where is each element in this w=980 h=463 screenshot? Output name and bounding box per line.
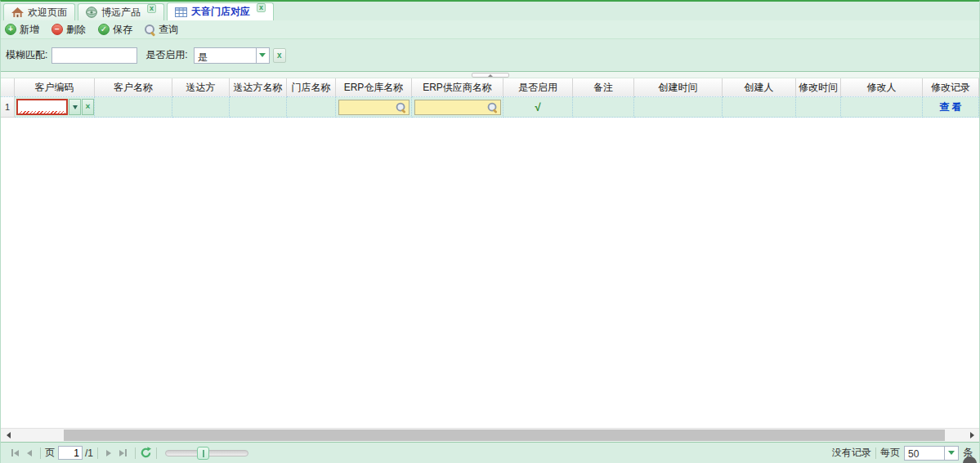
tab-tianyin-store-mapping[interactable]: 天音门店对应 x	[167, 2, 274, 20]
column-header-customer-code[interactable]: 客户编码	[15, 78, 95, 97]
column-header-ship-to-name[interactable]: 送达方名称	[230, 78, 287, 97]
first-page-button[interactable]	[11, 449, 19, 456]
delete-icon: −	[51, 24, 63, 35]
creator-cell[interactable]	[723, 97, 796, 118]
column-header-remark[interactable]: 备注	[573, 78, 634, 97]
per-page-label: 每页	[880, 446, 900, 460]
enabled-filter-label: 是否启用:	[145, 48, 187, 62]
enabled-combobox-value[interactable]: 是	[194, 47, 256, 64]
grid-empty-area	[1, 118, 979, 428]
column-header-customer-name[interactable]: 客户名称	[95, 78, 172, 97]
delete-button[interactable]: − 删除	[51, 23, 86, 37]
fuzzy-match-label: 模糊匹配:	[6, 48, 47, 62]
query-button[interactable]: 查询	[145, 23, 178, 37]
app-window: 欢迎页面 博远产品 x 天音门店对应 x + 新	[0, 0, 980, 463]
column-header-enabled[interactable]: 是否启用	[503, 78, 573, 97]
modifier-cell[interactable]	[841, 97, 923, 118]
erp-supplier-lookup-field[interactable]	[414, 100, 501, 115]
enabled-cell[interactable]: √	[503, 97, 573, 118]
refresh-icon[interactable]	[140, 447, 152, 459]
column-header-ship-to[interactable]: 送达方	[172, 78, 230, 97]
globe-icon	[86, 7, 97, 18]
save-button[interactable]: ✓ 保存	[98, 23, 132, 37]
column-header-modify-record[interactable]: 修改记录	[923, 78, 979, 97]
customer-code-dropdown-icon[interactable]	[69, 99, 81, 115]
slider-handle[interactable]	[197, 447, 209, 460]
add-button-label: 新增	[20, 23, 39, 37]
home-icon	[11, 7, 24, 18]
query-button-label: 查询	[159, 23, 178, 37]
customer-name-cell[interactable]	[95, 97, 172, 118]
column-header-erp-warehouse[interactable]: ERP仓库名称	[336, 78, 412, 97]
page-number-input[interactable]	[58, 446, 83, 460]
modify-time-cell[interactable]	[796, 97, 841, 118]
per-page-select[interactable]: 50	[904, 446, 959, 461]
modify-record-cell: 查 看	[923, 97, 979, 118]
column-header-creator[interactable]: 创建人	[723, 78, 796, 97]
lookup-search-icon[interactable]	[487, 102, 497, 112]
ship-to-cell[interactable]	[172, 97, 230, 118]
row-number: 1	[1, 97, 15, 118]
collapse-handle[interactable]	[472, 73, 509, 78]
data-grid: 客户编码 客户名称 送达方 送达方名称 门店名称 ERP仓库名称 ERP供应商名…	[1, 78, 979, 442]
column-header-modify-time[interactable]: 修改时间	[796, 78, 841, 97]
tab-boyuan-products[interactable]: 博远产品 x	[78, 3, 164, 20]
search-icon	[145, 24, 155, 35]
divider	[40, 447, 41, 459]
tab-close-icon[interactable]: x	[257, 3, 266, 12]
erp-warehouse-cell	[336, 97, 412, 118]
create-time-cell[interactable]	[634, 97, 723, 118]
per-page-value[interactable]: 50	[904, 446, 945, 461]
save-button-label: 保存	[113, 23, 132, 37]
scrollbar-thumb[interactable]	[64, 430, 945, 441]
divider	[875, 447, 876, 459]
page-slider[interactable]	[165, 450, 248, 456]
store-name-cell[interactable]	[287, 97, 336, 118]
next-page-button[interactable]	[106, 450, 111, 456]
remark-cell[interactable]	[573, 97, 634, 118]
last-page-button[interactable]	[119, 449, 127, 456]
scroll-left-icon[interactable]	[2, 429, 15, 442]
grid-header-row: 客户编码 客户名称 送达方 送达方名称 门店名称 ERP仓库名称 ERP供应商名…	[1, 78, 979, 97]
lookup-search-icon[interactable]	[396, 102, 405, 112]
chevron-down-icon[interactable]	[945, 446, 959, 461]
toolbar: + 新增 − 删除 ✓ 保存 查询	[1, 20, 979, 39]
ship-to-name-cell[interactable]	[230, 97, 287, 118]
divider	[156, 447, 157, 459]
enabled-combobox[interactable]: 是	[194, 47, 270, 64]
table-icon	[175, 7, 187, 17]
tab-label: 欢迎页面	[28, 6, 67, 20]
clear-filter-icon[interactable]: x	[273, 48, 286, 63]
add-icon: +	[5, 24, 16, 35]
tab-bar: 欢迎页面 博远产品 x 天音门店对应 x	[1, 2, 979, 20]
fuzzy-match-input[interactable]	[51, 47, 137, 64]
column-header-erp-supplier[interactable]: ERP供应商名称	[412, 78, 503, 97]
tab-label: 博远产品	[101, 6, 141, 20]
tab-close-icon[interactable]: x	[147, 4, 156, 13]
add-button[interactable]: + 新增	[5, 23, 39, 37]
save-check-icon: ✓	[98, 24, 110, 35]
validation-error-underline	[19, 111, 65, 114]
panel-splitter	[1, 72, 979, 78]
scroll-right-icon[interactable]	[965, 429, 978, 442]
column-header-create-time[interactable]: 创建时间	[634, 78, 723, 97]
tab-welcome[interactable]: 欢迎页面	[3, 3, 75, 20]
delete-button-label: 删除	[66, 23, 86, 37]
chevron-down-icon[interactable]	[256, 47, 270, 64]
customer-code-input[interactable]	[16, 99, 68, 115]
erp-warehouse-lookup-field[interactable]	[338, 100, 409, 115]
column-header-modifier[interactable]: 修改人	[841, 78, 923, 97]
customer-code-clear-icon[interactable]: ×	[82, 99, 94, 115]
table-row: 1 ×	[1, 97, 979, 118]
filter-panel: 模糊匹配: 是否启用: 是 x	[1, 39, 979, 72]
no-records-text: 没有记录	[832, 446, 871, 460]
prev-page-button[interactable]	[27, 450, 32, 456]
chevron-up-icon	[488, 74, 493, 77]
horizontal-scrollbar[interactable]	[1, 428, 979, 442]
column-header-store-name[interactable]: 门店名称	[287, 78, 336, 97]
view-record-link[interactable]: 查 看	[939, 100, 961, 114]
divider	[97, 447, 98, 459]
divider	[135, 447, 136, 459]
customer-code-cell: ×	[15, 97, 95, 118]
erp-supplier-cell	[412, 97, 503, 118]
